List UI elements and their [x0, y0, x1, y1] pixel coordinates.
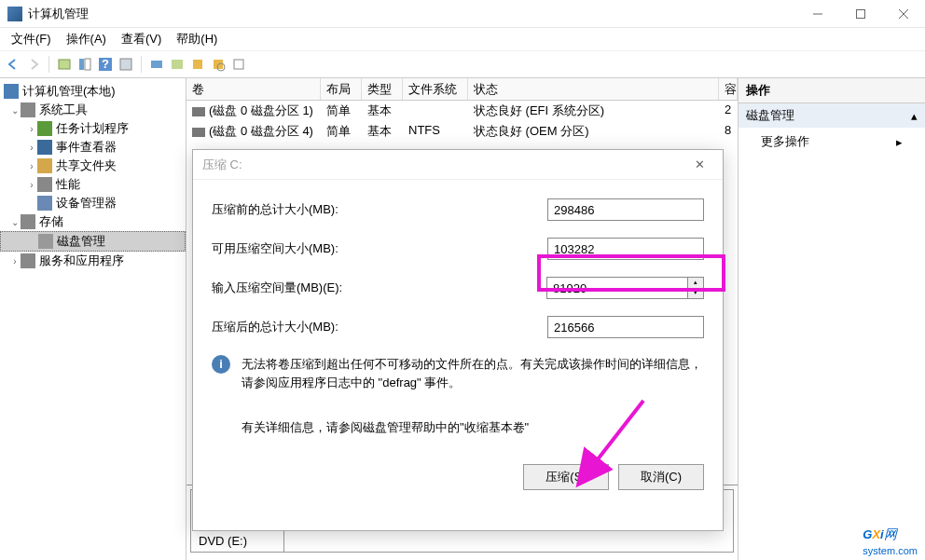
minimize-button[interactable]	[796, 0, 839, 28]
tb-icon-8[interactable]	[231, 57, 246, 72]
svg-rect-15	[234, 60, 243, 69]
menu-help[interactable]: 帮助(H)	[169, 29, 225, 49]
expand-icon[interactable]: ›	[26, 161, 37, 171]
titlebar: 计算机管理	[0, 0, 925, 28]
list-row[interactable]: (磁盘 0 磁盘分区 4) 简单 基本 NTFS 状态良好 (OEM 分区) 8	[186, 121, 738, 142]
tree-event-viewer[interactable]: ›事件查看器	[0, 138, 186, 157]
svg-rect-6	[85, 59, 90, 70]
disk-icon	[192, 128, 205, 137]
back-icon[interactable]	[6, 57, 21, 72]
collapse-icon[interactable]: ⌄	[9, 217, 21, 227]
info-icon: i	[212, 355, 230, 374]
spinner-down-button[interactable]: ▾	[688, 288, 703, 298]
info-text: 无法将卷压缩到超出任何不可移动的文件所在的点。有关完成该操作时间的详细信息，请参…	[242, 355, 704, 391]
actions-more[interactable]: 更多操作 ▸	[739, 128, 925, 156]
total-before-field	[547, 198, 704, 221]
tree-performance[interactable]: ›性能	[0, 175, 186, 194]
shrink-button[interactable]: 压缩(S)	[523, 464, 609, 490]
tree-task-scheduler[interactable]: ›任务计划程序	[0, 119, 186, 138]
tb-icon-1[interactable]	[57, 57, 72, 72]
col-filesystem[interactable]: 文件系统	[403, 78, 468, 100]
shrink-dialog: 压缩 C: ✕ 压缩前的总计大小(MB): 可用压缩空间大小(MB): 输入压缩…	[192, 149, 724, 531]
available-field	[547, 238, 704, 260]
window-title: 计算机管理	[28, 6, 796, 22]
tree-panel: 计算机管理(本地) ⌄系统工具 ›任务计划程序 ›事件查看器 ›共享文件夹 ›性…	[0, 78, 186, 560]
chevron-right-icon: ▸	[896, 135, 903, 149]
col-layout[interactable]: 布局	[321, 78, 362, 100]
svg-rect-9	[120, 59, 131, 70]
col-volume[interactable]: 卷	[186, 78, 321, 100]
list-header: 卷 布局 类型 文件系统 状态 容	[186, 78, 738, 101]
cancel-button[interactable]: 取消(C)	[618, 464, 704, 490]
col-status[interactable]: 状态	[468, 78, 719, 100]
input-shrink-field[interactable]	[546, 277, 688, 299]
disk-icon	[192, 107, 205, 116]
menu-file[interactable]: 文件(F)	[4, 29, 59, 49]
svg-rect-12	[193, 60, 202, 69]
tree-shared-folders[interactable]: ›共享文件夹	[0, 157, 186, 175]
svg-rect-4	[59, 60, 70, 69]
svg-rect-11	[172, 60, 183, 69]
maximize-button[interactable]	[839, 0, 882, 28]
collapse-icon: ▴	[911, 109, 918, 123]
note-text: 有关详细信息，请参阅磁盘管理帮助中的"收缩基本卷"	[242, 419, 704, 436]
actions-header: 操作	[739, 78, 925, 103]
tb-icon-6[interactable]	[190, 57, 205, 72]
tb-icon-4[interactable]	[149, 57, 164, 72]
close-button[interactable]	[882, 0, 925, 28]
spinner-up-button[interactable]: ▴	[688, 278, 703, 288]
tree-device-manager[interactable]: 设备管理器	[0, 194, 186, 212]
expand-icon[interactable]: ›	[26, 180, 37, 190]
app-icon	[7, 7, 22, 21]
expand-icon[interactable]: ›	[26, 124, 37, 134]
total-after-field	[547, 316, 704, 338]
tree-storage[interactable]: ⌄存储	[0, 212, 186, 231]
dialog-title: 压缩 C:	[202, 157, 242, 173]
list-row[interactable]: (磁盘 0 磁盘分区 1) 简单 基本 状态良好 (EFI 系统分区) 2	[186, 101, 738, 121]
dialog-titlebar: 压缩 C: ✕	[193, 150, 723, 180]
watermark: GXi网 system.com	[863, 515, 918, 556]
tb-icon-2[interactable]	[77, 57, 92, 72]
tb-icon-3[interactable]	[118, 57, 133, 72]
expand-icon[interactable]: ›	[9, 256, 21, 266]
total-after-label: 压缩后的总计大小(MB):	[212, 319, 547, 335]
svg-rect-5	[79, 59, 84, 70]
menu-action[interactable]: 操作(A)	[59, 29, 114, 49]
tree-services-apps[interactable]: ›服务和应用程序	[0, 252, 186, 270]
tree-root[interactable]: 计算机管理(本地)	[0, 82, 186, 101]
input-shrink-label: 输入压缩空间量(MB)(E):	[212, 280, 546, 296]
svg-rect-1	[857, 9, 865, 18]
actions-section[interactable]: 磁盘管理 ▴	[739, 103, 925, 128]
actions-panel: 操作 磁盘管理 ▴ 更多操作 ▸	[739, 78, 925, 560]
collapse-icon[interactable]: ⌄	[9, 105, 21, 116]
toolbar: ?	[0, 50, 925, 78]
svg-text:?: ?	[102, 57, 109, 71]
help-icon[interactable]: ?	[98, 57, 113, 72]
col-capacity[interactable]: 容	[719, 78, 738, 100]
forward-icon[interactable]	[26, 57, 41, 72]
menu-view[interactable]: 查看(V)	[114, 29, 169, 49]
tree-disk-management[interactable]: 磁盘管理	[0, 231, 186, 252]
total-before-label: 压缩前的总计大小(MB):	[212, 201, 547, 218]
col-type[interactable]: 类型	[362, 78, 403, 100]
expand-icon[interactable]: ›	[26, 143, 37, 153]
tb-icon-5[interactable]	[170, 57, 185, 72]
svg-rect-10	[151, 61, 162, 68]
available-label: 可用压缩空间大小(MB):	[212, 240, 547, 257]
tb-icon-7[interactable]	[211, 57, 226, 72]
tree-system-tools[interactable]: ⌄系统工具	[0, 101, 186, 119]
dialog-close-button[interactable]: ✕	[685, 157, 713, 171]
menubar: 文件(F) 操作(A) 查看(V) 帮助(H)	[0, 28, 925, 50]
